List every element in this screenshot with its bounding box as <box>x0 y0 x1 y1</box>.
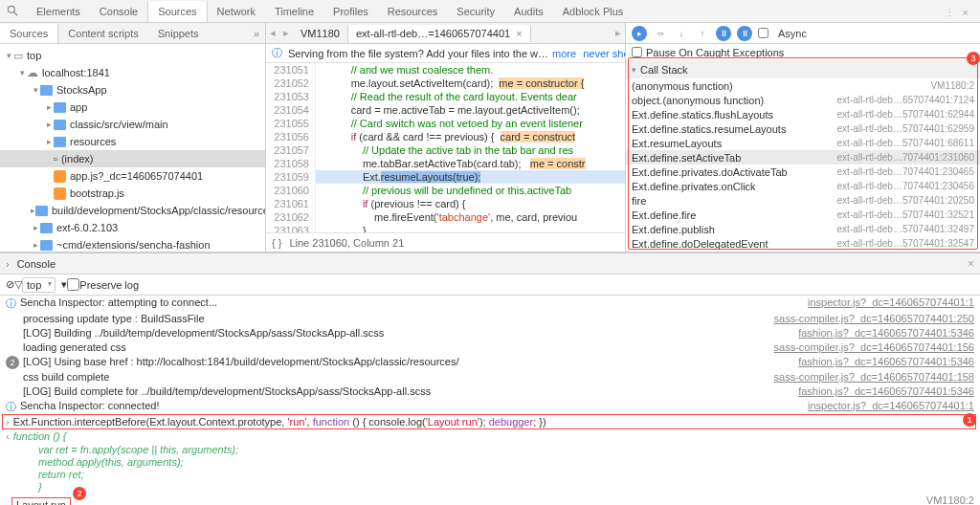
navigator-tabbar: Sources Content scripts Snippets » <box>0 23 265 44</box>
subtab-overflow-icon[interactable]: » <box>248 28 265 39</box>
tab-network[interactable]: Network <box>208 1 265 22</box>
pause-exceptions-row: Pause On Caught Exceptions <box>626 44 980 61</box>
callstack-frame[interactable]: (anonymous function)VM1180:2 <box>626 78 980 93</box>
tree-classic[interactable]: classic/src/view/main <box>70 119 168 130</box>
frame-icon <box>13 50 23 62</box>
svg-point-0 <box>8 6 14 12</box>
chevron-left-icon: ‹ <box>6 430 10 442</box>
file-navigator: Sources Content scripts Snippets » ▾top … <box>0 23 266 252</box>
async-checkbox[interactable] <box>758 28 768 38</box>
tab-nav-next-icon[interactable]: ▸ <box>279 27 293 39</box>
tree-appjs[interactable]: app.js?_dc=1460657074401 <box>70 170 203 182</box>
braces-icon[interactable]: { } <box>272 237 281 249</box>
console-body[interactable]: ⓘSencha Inspector: attempting to connect… <box>0 296 980 505</box>
pause-exceptions-button[interactable]: ⏸ <box>737 26 752 41</box>
callstack-frame[interactable]: Ext.define.statics.resumeLayoutsext-all-… <box>626 121 980 136</box>
tab-profiles[interactable]: Profiles <box>323 1 378 22</box>
tree-stocksapp[interactable]: StocksApp <box>56 84 107 96</box>
cursor-position: Line 231060, Column 21 <box>289 237 404 249</box>
tab-console[interactable]: Console <box>90 1 147 22</box>
async-label: Async <box>778 28 807 39</box>
tab-overflow-icon[interactable]: ▸ <box>612 27 625 39</box>
js-file-icon <box>54 187 66 200</box>
close-icon[interactable]: × <box>959 7 972 18</box>
callstack-header[interactable]: Call Stack <box>626 61 980 78</box>
subtab-snippets[interactable]: Snippets <box>148 24 209 43</box>
code-area[interactable]: 2310512310522310532310542310552310562310… <box>266 63 625 232</box>
source-link[interactable]: sass-compiler.js?_dc=1460657074401:156 <box>774 341 974 353</box>
menu-kebab-icon[interactable]: ⋮ <box>941 7 959 18</box>
callstack-frame[interactable]: fireext-all-rtl-deb…57074401:20250 <box>626 193 980 208</box>
filter-icon[interactable]: ▽ <box>14 278 22 291</box>
resume-button[interactable]: ▸ <box>632 26 647 41</box>
preserve-log-checkbox[interactable] <box>67 278 79 291</box>
callstack-frame[interactable]: Ext.define.privates.onClickext-all-rtl-d… <box>626 179 980 193</box>
subtab-sources[interactable]: Sources <box>0 24 58 43</box>
callstack-frame[interactable]: Ext.resumeLayoutsext-all-rtl-deb…5707440… <box>626 136 980 150</box>
deactivate-breakpoints-button[interactable]: ⏸ <box>716 26 731 41</box>
console-message: [LOG] Building ../build/temp/development… <box>0 326 980 340</box>
editor-tab-extall[interactable]: ext-all-rtl-deb…=1460657074401× <box>348 25 531 42</box>
step-over-button[interactable]: ⤼ <box>653 26 668 41</box>
source-link[interactable]: fashion.js?_dc=1460657074401:5346 <box>798 385 974 397</box>
editor-tab-vm1180[interactable]: VM1180 <box>293 25 348 42</box>
tab-elements[interactable]: Elements <box>27 1 90 22</box>
tab-resources[interactable]: Resources <box>378 1 448 22</box>
source-link[interactable]: inspector.js?_dc=1460657074401:1 <box>808 296 974 308</box>
tree-resources[interactable]: resources <box>70 136 116 147</box>
origin-icon <box>27 66 38 79</box>
file-tree[interactable]: ▾top ▾localhost:1841 ▾StocksApp ▸app ▸cl… <box>0 44 265 252</box>
tree-build[interactable]: build/development/StocksApp/classic/reso… <box>52 205 265 216</box>
callstack-frame[interactable]: Ext.define.setActiveTabext-all-rtl-deb…7… <box>626 150 980 165</box>
callstack-frame[interactable]: Ext.define.publishext-all-rtl-deb…570744… <box>626 222 980 236</box>
tab-audits[interactable]: Audits <box>504 1 553 22</box>
info-icon: ⓘ <box>6 400 16 414</box>
close-icon[interactable]: × <box>967 256 974 271</box>
callstack-frame[interactable]: Ext.define.privates.doActivateTabext-all… <box>626 165 980 179</box>
close-icon[interactable]: × <box>516 28 522 39</box>
step-into-button[interactable]: ↓ <box>674 26 689 41</box>
tab-adblock[interactable]: Adblock Plus <box>553 1 634 22</box>
tab-timeline[interactable]: Timeline <box>265 1 323 22</box>
callstack-frame[interactable]: Ext.define.doDelegatedEventext-all-rtl-d… <box>626 236 980 251</box>
infobar-more[interactable]: more <box>552 48 576 59</box>
callstack-frame[interactable]: Ext.define.fireext-all-rtl-deb…57074401:… <box>626 208 980 222</box>
pause-caught-checkbox[interactable] <box>632 47 642 57</box>
tab-security[interactable]: Security <box>447 1 504 22</box>
info-icon: ⓘ <box>272 46 282 60</box>
callstack-list[interactable]: (anonymous function)VM1180:2object.(anon… <box>626 78 980 252</box>
clear-console-icon[interactable]: ⊘ <box>6 278 14 291</box>
tab-nav-prev-icon[interactable]: ◂ <box>266 27 279 39</box>
filesystem-infobar: ⓘ Serving from the file system? Add your… <box>266 44 625 63</box>
subtab-content-scripts[interactable]: Content scripts <box>58 24 147 43</box>
tree-bootstrap[interactable]: bootstrap.js <box>70 187 124 199</box>
step-out-button[interactable]: ↑ <box>695 26 710 41</box>
code-content[interactable]: // and we must coalesce them. me.layout.… <box>316 63 625 232</box>
tree-cmd[interactable]: ~cmd/extensions/sencha-fashion <box>56 239 211 251</box>
tab-sources[interactable]: Sources <box>147 1 207 22</box>
console-message-layout-run: Layout run2VM1180:2 <box>0 494 980 505</box>
source-link[interactable]: fashion.js?_dc=1460657074401:5346 <box>798 356 974 367</box>
chevron-right-icon[interactable]: › <box>6 258 10 270</box>
source-link[interactable]: fashion.js?_dc=1460657074401:5346 <box>798 327 974 339</box>
context-selector[interactable]: top <box>22 277 56 293</box>
tree-ext[interactable]: ext-6.0.2.103 <box>56 222 118 233</box>
devtools-menu[interactable]: ⋮× <box>933 4 980 19</box>
source-link[interactable]: inspector.js?_dc=1460657074401:1 <box>808 400 974 411</box>
source-link[interactable]: VM1180:2 <box>926 494 974 505</box>
infobar-never-show[interactable]: never show <box>583 48 625 59</box>
code-editor-pane: ◂ ▸ VM1180 ext-all-rtl-deb…=146065707440… <box>266 23 626 252</box>
callstack-frame[interactable]: object.(anonymous function)ext-all-rtl-d… <box>626 93 980 107</box>
callstack-frame[interactable]: Ext.define.statics.flushLayoutsext-all-r… <box>626 107 980 121</box>
console-message: 2[LOG] Using base href : http://localhos… <box>0 355 980 370</box>
source-link[interactable]: sass-compiler.js?_dc=1460657074401:250 <box>774 313 974 324</box>
source-link[interactable]: sass-compiler.js?_dc=1460657074401:158 <box>774 371 974 383</box>
tree-host[interactable]: localhost:1841 <box>42 67 110 78</box>
tree-index[interactable]: (index) <box>61 153 94 165</box>
console-drawer-tab[interactable]: Console <box>17 258 56 270</box>
folder-icon <box>54 137 66 147</box>
tree-top[interactable]: top <box>27 50 41 61</box>
search-icon[interactable] <box>6 4 19 19</box>
console-message: [LOG] Build complete for ../build/temp/d… <box>0 384 980 399</box>
tree-app[interactable]: app <box>70 101 87 113</box>
